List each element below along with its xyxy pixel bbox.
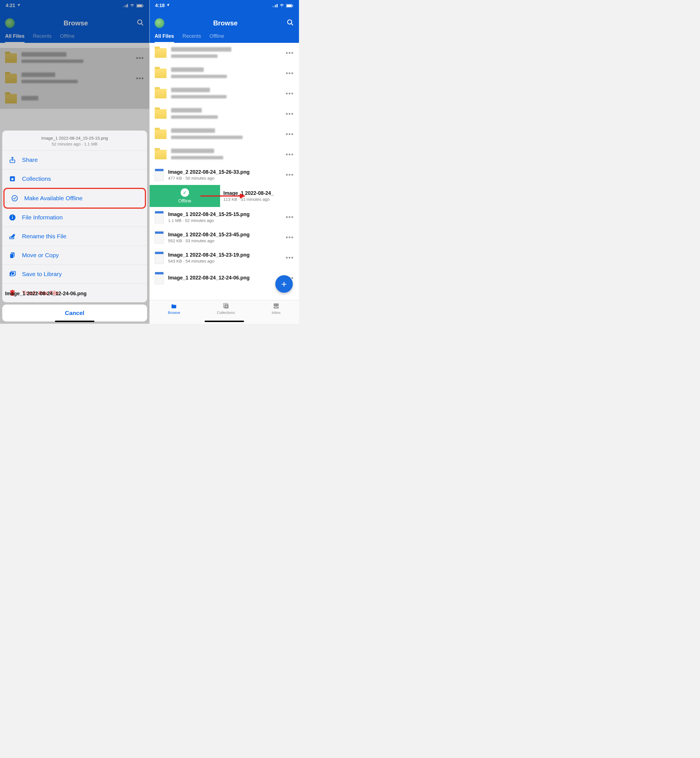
more-icon[interactable]: ••• [286, 171, 294, 179]
file-row[interactable]: Image_2 2022-08-24_15-26-33.png 477 KB ·… [150, 165, 299, 185]
svg-rect-26 [277, 4, 278, 7]
file-title: Image_1 2022-08-24_15-23-19.png [168, 252, 281, 258]
folder-icon [155, 69, 167, 78]
svg-line-31 [291, 23, 293, 25]
file-title: Image_2 2022-08-24_15-26-33.png [168, 169, 281, 175]
action-make-offline[interactable]: Make Available Offline [5, 189, 145, 208]
avatar[interactable] [155, 18, 164, 28]
svg-point-30 [288, 20, 292, 24]
svg-rect-17 [10, 254, 14, 258]
file-title: Image_1 2022-08-24_12-24-06.png [168, 275, 281, 281]
action-label: Move or Copy [22, 252, 59, 258]
nav-browse[interactable]: Browse [168, 302, 180, 324]
action-label: Make Available Offline [24, 195, 83, 202]
folder-row[interactable]: ••• [150, 63, 299, 83]
file-thumb [155, 272, 164, 284]
folder-row[interactable]: ••• [150, 124, 299, 144]
file-list[interactable]: ••• ••• ••• ••• ••• ••• Image_2 2022-08-… [150, 43, 299, 288]
action-share[interactable]: Share [2, 150, 147, 169]
rename-icon [8, 233, 16, 240]
file-row[interactable]: Image_1 2022-08-24_ 113 KB · 51 minutes … [220, 185, 299, 207]
page-title: Browse [213, 19, 238, 27]
svg-point-20 [11, 273, 12, 274]
file-thumb [155, 231, 164, 244]
file-row[interactable]: Image_1 2022-08-24_15-25-15.png 1.1 MB ·… [150, 207, 299, 227]
wifi-icon [279, 4, 284, 8]
svg-rect-28 [287, 5, 292, 7]
file-meta: 113 KB · 51 minutes ago [223, 197, 299, 202]
bottom-nav: Browse Collections Inbox [150, 300, 299, 324]
action-label: Collections [22, 175, 51, 182]
more-icon[interactable]: ••• [286, 130, 294, 138]
home-indicator [55, 321, 94, 322]
folder-row[interactable]: ••• [150, 144, 299, 165]
more-icon[interactable]: ••• [286, 213, 294, 221]
file-thumb [155, 169, 164, 181]
nav-label: Browse [168, 310, 180, 315]
info-icon [8, 214, 16, 221]
file-thumb [155, 252, 164, 264]
highlight-annotation: Make Available Offline [3, 188, 146, 209]
more-icon[interactable]: ••• [286, 70, 294, 77]
statusbar: 4:18 [150, 0, 299, 11]
header: Browse All Files Recents Offline [150, 11, 299, 43]
action-move-copy[interactable]: Move or Copy [2, 246, 147, 265]
folder-icon [155, 150, 167, 159]
file-meta: 543 KB · 54 minutes ago [168, 258, 281, 263]
sheet-filename: Image_1 2022-08-24_15-25-15.png [6, 136, 144, 141]
more-icon[interactable]: ••• [286, 90, 294, 97]
action-collections[interactable]: Collections [2, 169, 147, 188]
more-icon[interactable]: ••• [286, 151, 294, 158]
cancel-button[interactable]: Cancel [2, 305, 147, 321]
save-icon [8, 271, 16, 278]
file-meta: 1.1 MB · 52 minutes ago [168, 218, 281, 223]
action-save-library[interactable]: Save to Library [2, 265, 147, 284]
location-icon [166, 3, 170, 7]
phone-left: 4:21 Browse All Files Recents Offline ••… [0, 0, 150, 324]
nav-inbox[interactable]: Inbox [272, 302, 281, 324]
file-meta: 552 KB · 53 minutes ago [168, 238, 281, 243]
action-rename[interactable]: Rename this File [2, 227, 147, 246]
tab-offline[interactable]: Offline [210, 33, 224, 43]
folder-icon [155, 89, 167, 99]
folder-row[interactable]: ••• [150, 83, 299, 104]
more-icon[interactable]: ••• [286, 254, 294, 262]
more-icon[interactable]: ••• [286, 110, 294, 117]
sheet-header: Image_1 2022-08-24_15-25-15.png 52 minut… [2, 130, 147, 150]
collections-icon [222, 302, 230, 309]
collections-icon [8, 175, 16, 182]
file-row[interactable]: Image_1 2022-08-24_15-23-45.png 552 KB ·… [150, 227, 299, 247]
file-title: Image_1 2022-08-24_15-23-45.png [168, 232, 281, 238]
offline-icon [11, 194, 19, 202]
search-button[interactable] [287, 19, 294, 27]
file-row[interactable]: Image_1 2022-08-24_15-23-19.png 543 KB ·… [150, 247, 299, 268]
action-label: Share [22, 157, 38, 163]
action-sheet: Image_1 2022-08-24_15-25-15.png 52 minut… [2, 130, 147, 302]
swipe-action-offline[interactable]: ✓ Offline [150, 185, 220, 207]
svg-rect-13 [12, 217, 12, 219]
sheet-meta: 52 minutes ago · 1.1 MB [6, 142, 144, 146]
folder-icon [155, 48, 167, 58]
battery-icon [286, 4, 293, 8]
fab-add[interactable]: + [275, 275, 293, 293]
file-meta: 477 KB · 50 minutes ago [168, 176, 281, 180]
folder-row[interactable]: ••• [150, 104, 299, 124]
file-thumb [155, 211, 164, 223]
inbox-icon [272, 302, 280, 309]
file-title: Image_1 2022-08-24_15-25-15.png [168, 211, 281, 218]
share-icon [8, 156, 16, 164]
svg-rect-24 [274, 5, 275, 7]
action-file-info[interactable]: File Information [2, 208, 147, 227]
folder-row[interactable]: ••• [150, 43, 299, 63]
more-icon[interactable]: ••• [286, 234, 294, 241]
swipe-row[interactable]: ✓ Offline Image_1 2022-08-24_ 113 KB · 5… [150, 185, 299, 207]
svg-point-11 [12, 196, 17, 201]
check-icon: ✓ [181, 188, 189, 197]
tab-recents[interactable]: Recents [183, 33, 201, 43]
folder-icon [155, 109, 167, 119]
more-icon[interactable]: ••• [286, 49, 294, 57]
signal-icon [272, 4, 278, 7]
svg-rect-23 [272, 6, 273, 7]
action-label: Rename this File [22, 233, 67, 240]
tab-all-files[interactable]: All Files [155, 33, 174, 43]
